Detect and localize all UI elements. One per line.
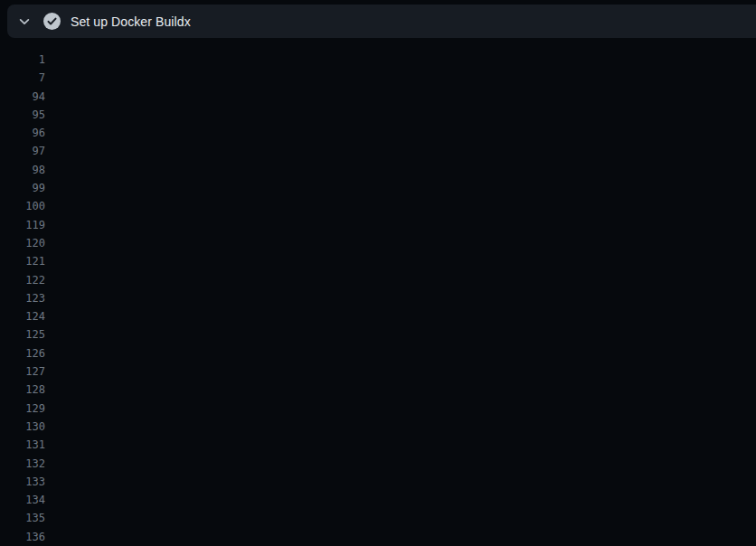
line-number[interactable]: 7 [0, 69, 45, 87]
log-line-content: ], [45, 418, 756, 436]
log-line-content: "lastActivity": "2023-02-25T11:58:12.000… [45, 473, 756, 491]
log-line-content: } [45, 400, 756, 418]
log-line-content: { [45, 271, 756, 289]
line-number[interactable]: 122 [0, 271, 45, 289]
line-number[interactable]: 133 [0, 473, 45, 491]
log-line[interactable]: 100 ▶Booting builder [0, 197, 756, 215]
log-line[interactable]: 94 ▼Buildx version [0, 88, 756, 106]
log-line: 132 "driver": "docker-container", [0, 455, 756, 473]
line-number[interactable]: 97 [0, 142, 45, 160]
check-circle-icon [43, 13, 61, 30]
line-number[interactable]: 120 [0, 234, 45, 252]
log-line: 123 "name": "builder-d9cfb5a1-c764-445a-… [0, 289, 756, 307]
log-line-content: "driver": "docker-container", [45, 455, 756, 473]
log-line-content: "buildkit": "v0.11.3", [45, 362, 756, 381]
log-line[interactable]: 135 ▼BuildKit version [0, 509, 756, 527]
line-number[interactable]: 129 [0, 400, 45, 418]
line-number[interactable]: 123 [0, 289, 45, 307]
log-line: 129 } [0, 400, 756, 418]
line-number[interactable]: 136 [0, 528, 45, 546]
log-line-content: builder-d9cfb5a1-c764-445a-a57e-0b19d2e6… [45, 528, 756, 546]
log-line: 131 "name": "builder-d9cfb5a1-c764-445a-… [0, 436, 756, 454]
line-number[interactable]: 128 [0, 381, 45, 399]
log-line: 136 builder-d9cfb5a1-c764-445a-a57e-0b19… [0, 528, 756, 546]
log-line: 122 { [0, 271, 756, 289]
log-line-content: /usr/bin/docker buildx create --name bui… [45, 161, 756, 179]
log-line: 125 "status": "running", [0, 325, 756, 344]
log-line: 130 ], [0, 418, 756, 436]
log-line-content: "name": "builder-d9cfb5a1-c764-445a-a57e… [45, 289, 756, 307]
chevron-down-icon[interactable] [18, 15, 31, 28]
log-line: 134 } [0, 491, 756, 509]
line-number[interactable]: 131 [0, 436, 45, 454]
log-line[interactable]: 1 ▶Run ./ [0, 51, 756, 69]
line-number[interactable]: 125 [0, 325, 45, 344]
log-line-content: github.com/docker/buildx 0.10.3+azure-1 … [45, 124, 756, 142]
log-line[interactable]: 97 ▼Creating a new builder instance [0, 142, 756, 160]
log-line: 99 builder-d9cfb5a1-c764-445a-a57e-0b19d… [0, 179, 756, 197]
log-line-content: "status": "running", [45, 325, 756, 344]
log-line-content: /usr/bin/docker buildx version [45, 106, 756, 124]
log-line: 95 /usr/bin/docker buildx version [0, 106, 756, 124]
log-line-content: { [45, 234, 756, 252]
line-number[interactable]: 134 [0, 491, 45, 509]
log-line-content: ▼Inspect builder [45, 216, 756, 234]
log-line: 126 "buildkitd-flags": "--allow-insecure… [0, 344, 756, 362]
log-line-content: ▶Booting builder [45, 197, 756, 215]
log-line-content: ▶Docker info [45, 69, 756, 87]
line-number[interactable]: 132 [0, 455, 45, 473]
log-line-content: ▶Run ./ [45, 51, 756, 69]
log-line: 124 "endpoint": "unix:///var/run/docker.… [0, 307, 756, 325]
log-line-content: } [45, 491, 756, 509]
log-line: 121 "nodes": [ [0, 252, 756, 270]
line-number[interactable]: 96 [0, 124, 45, 142]
line-number[interactable]: 124 [0, 307, 45, 325]
log-line-content: "endpoint": "unix:///var/run/docker.sock… [45, 307, 756, 325]
log-line-content: ▼BuildKit version [45, 509, 756, 527]
log-line: 133 "lastActivity": "2023-02-25T11:58:12… [0, 473, 756, 491]
step-header[interactable]: Set up Docker Buildx [7, 5, 756, 38]
log-line-content: ▼Buildx version [45, 88, 756, 106]
line-number[interactable]: 126 [0, 344, 45, 362]
line-number[interactable]: 1 [0, 51, 45, 69]
line-number[interactable]: 94 [0, 88, 45, 106]
line-number[interactable]: 99 [0, 179, 45, 197]
log-line: 98 /usr/bin/docker buildx create --name … [0, 161, 756, 179]
line-number[interactable]: 98 [0, 161, 45, 179]
log-line: 120 { [0, 234, 756, 252]
line-number[interactable]: 130 [0, 418, 45, 436]
line-number[interactable]: 119 [0, 216, 45, 234]
log-line-content: ▼Creating a new builder instance [45, 142, 756, 160]
line-number[interactable]: 121 [0, 252, 45, 270]
log-line[interactable]: 119 ▼Inspect builder [0, 216, 756, 234]
log-line-content: "nodes": [ [45, 252, 756, 270]
log-line-content: builder-d9cfb5a1-c764-445a-a57e-0b19d2e6… [45, 179, 756, 197]
log-line: 128 "platforms": "linux/amd64,linux/amd6… [0, 381, 756, 399]
log-line-content: "platforms": "linux/amd64,linux/amd64/v2… [45, 381, 756, 399]
log-body: 1 ▶Run ./ 7 ▶Docker info 94 ▼Buildx vers… [0, 51, 756, 546]
log-line-content: "name": "builder-d9cfb5a1-c764-445a-a57e… [45, 436, 756, 454]
log-line: 127 "buildkit": "v0.11.3", [0, 362, 756, 381]
line-number[interactable]: 95 [0, 106, 45, 124]
line-number[interactable]: 135 [0, 509, 45, 527]
log-line[interactable]: 7 ▶Docker info [0, 69, 756, 87]
log-line-content: "buildkitd-flags": "--allow-insecure-ent… [45, 344, 756, 362]
line-number[interactable]: 100 [0, 197, 45, 215]
step-title: Set up Docker Buildx [71, 14, 191, 29]
log-line: 96 github.com/docker/buildx 0.10.3+azure… [0, 124, 756, 142]
line-number[interactable]: 127 [0, 362, 45, 381]
